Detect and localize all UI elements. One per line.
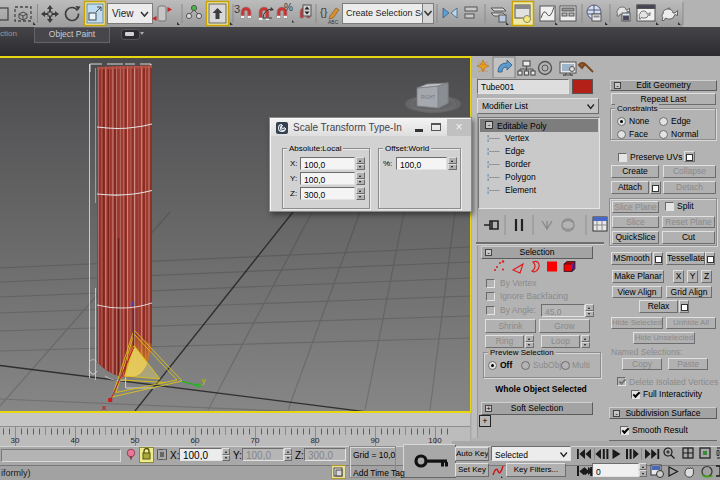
svg-text:Create Selection Se: Create Selection Se (346, 8, 426, 18)
svg-text:ABC: ABC (328, 19, 339, 25)
svg-text:y: y (202, 376, 207, 385)
svg-text:40: 40 (71, 436, 80, 445)
svg-text:3: 3 (234, 3, 240, 15)
svg-text:x: x (102, 403, 107, 411)
svg-text:80: 80 (311, 436, 320, 445)
svg-text:90: 90 (371, 436, 380, 445)
svg-text:RIGHT: RIGHT (421, 95, 435, 100)
svg-text:z: z (131, 299, 135, 308)
svg-text:60: 60 (191, 436, 200, 445)
svg-text:{}: {} (320, 6, 328, 18)
svg-text:30: 30 (11, 436, 20, 445)
svg-text:%: % (284, 2, 293, 13)
svg-text:70: 70 (251, 436, 260, 445)
svg-text:50: 50 (131, 436, 140, 445)
svg-text:View: View (112, 8, 134, 19)
